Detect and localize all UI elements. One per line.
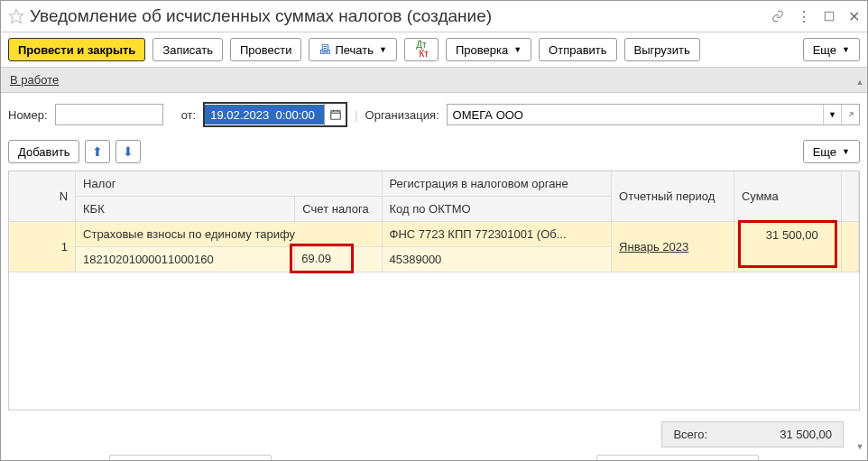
total-bar: Всего: 31 500,00 bbox=[1, 414, 851, 455]
org-input[interactable] bbox=[448, 106, 823, 124]
svg-marker-0 bbox=[10, 10, 23, 23]
number-label: Номер: bbox=[8, 108, 48, 122]
open-icon bbox=[846, 110, 855, 119]
cell-reg: ФНС 7723 КПП 772301001 (Об... bbox=[382, 222, 612, 247]
total-box: Всего: 31 500,00 bbox=[661, 421, 844, 447]
status-link[interactable]: В работе bbox=[10, 73, 59, 87]
col-sum[interactable]: Сумма bbox=[734, 171, 841, 222]
cell-n: 1 bbox=[9, 222, 76, 272]
cell-sum: 31 500,00 bbox=[734, 222, 841, 272]
arrow-up-icon: ⬆ bbox=[92, 144, 103, 159]
chevron-down-icon: ▼ bbox=[513, 45, 522, 54]
table-toolbar: Добавить ⬆ ⬇ Еще ▼ bbox=[1, 136, 867, 167]
table-more-button[interactable]: Еще ▼ bbox=[803, 140, 860, 163]
org-dropdown-button[interactable]: ▼ bbox=[823, 105, 841, 124]
org-label: Организация: bbox=[365, 108, 439, 122]
form-header: Номер: от: | Организация: ▼ bbox=[1, 93, 867, 136]
bottom-tabs-fragment bbox=[1, 455, 867, 460]
cell-acct: 69.09 bbox=[295, 247, 382, 272]
col-n[interactable]: N bbox=[9, 171, 76, 222]
chevron-down-icon: ▼ bbox=[379, 45, 387, 54]
main-toolbar: Провести и закрыть Записать Провести 🖶 П… bbox=[1, 32, 867, 68]
col-period[interactable]: Отчетный период bbox=[612, 171, 734, 222]
export-button[interactable]: Выгрузить bbox=[624, 38, 700, 61]
save-button[interactable]: Записать bbox=[152, 38, 223, 61]
add-button[interactable]: Добавить bbox=[8, 140, 79, 163]
col-reg[interactable]: Регистрация в налоговом органе bbox=[382, 171, 612, 197]
titlebar: Уведомление об исчисленных суммах налого… bbox=[1, 1, 867, 32]
sum-highlight: 31 500,00 bbox=[738, 220, 837, 268]
star-icon[interactable] bbox=[8, 8, 24, 24]
dk-button[interactable]: Дт Кт bbox=[404, 38, 439, 61]
statusbar: В работе bbox=[1, 68, 867, 93]
window-title: Уведомление об исчисленных суммах налого… bbox=[30, 6, 771, 26]
more-button[interactable]: Еще ▼ bbox=[803, 38, 860, 61]
acct-highlight: 69.09 bbox=[290, 244, 354, 273]
close-icon[interactable]: ✕ bbox=[848, 8, 860, 25]
from-label: от: bbox=[181, 108, 197, 122]
col-acct[interactable]: Счет налога bbox=[295, 197, 382, 222]
number-input[interactable] bbox=[55, 104, 163, 125]
col-kbk[interactable]: КБК bbox=[76, 197, 295, 222]
post-button[interactable]: Провести bbox=[230, 38, 302, 61]
kebab-icon[interactable]: ⋮ bbox=[797, 8, 810, 25]
svg-rect-1 bbox=[825, 12, 833, 20]
total-label: Всего: bbox=[673, 428, 707, 441]
col-tax[interactable]: Налог bbox=[76, 171, 382, 197]
table-row[interactable]: 1 Страховые взносы по единому тарифу ФНС… bbox=[9, 222, 859, 247]
total-value: 31 500,00 bbox=[780, 428, 832, 441]
printer-icon: 🖶 bbox=[319, 42, 331, 57]
org-field: ▼ bbox=[447, 104, 860, 125]
chevron-down-icon: ▼ bbox=[842, 147, 850, 156]
cell-kbk: 18210201000011000160 bbox=[76, 247, 295, 272]
col-oktmo[interactable]: Код по ОКТМО bbox=[382, 197, 612, 222]
cell-period[interactable]: Январь 2023 bbox=[612, 222, 734, 272]
calendar-button[interactable] bbox=[324, 104, 346, 125]
send-button[interactable]: Отправить bbox=[539, 38, 616, 61]
arrow-down-icon: ⬇ bbox=[123, 144, 134, 159]
date-input[interactable] bbox=[205, 105, 324, 124]
calendar-icon bbox=[329, 108, 342, 121]
scroll-down-icon[interactable]: ▼ bbox=[856, 442, 864, 451]
vertical-scrollbar[interactable]: ▲ ▼ bbox=[854, 78, 865, 451]
move-down-button[interactable]: ⬇ bbox=[115, 140, 141, 163]
scroll-up-icon[interactable]: ▲ bbox=[856, 78, 864, 87]
separator: | bbox=[355, 108, 357, 122]
move-up-button[interactable]: ⬆ bbox=[85, 140, 110, 163]
period-link[interactable]: Январь 2023 bbox=[619, 240, 688, 254]
print-button[interactable]: 🖶 Печать ▼ bbox=[309, 38, 397, 61]
chevron-down-icon: ▼ bbox=[842, 45, 850, 54]
svg-rect-2 bbox=[330, 111, 340, 119]
link-icon[interactable] bbox=[771, 10, 784, 23]
post-and-close-button[interactable]: Провести и закрыть bbox=[8, 38, 145, 61]
data-table: N Налог Регистрация в налоговом органе О… bbox=[8, 171, 860, 410]
dk-icon: Дт Кт bbox=[414, 41, 429, 59]
check-button[interactable]: Проверка ▼ bbox=[446, 38, 531, 61]
cell-oktmo: 45389000 bbox=[382, 247, 612, 272]
maximize-icon[interactable] bbox=[823, 10, 836, 23]
date-field bbox=[203, 102, 347, 127]
